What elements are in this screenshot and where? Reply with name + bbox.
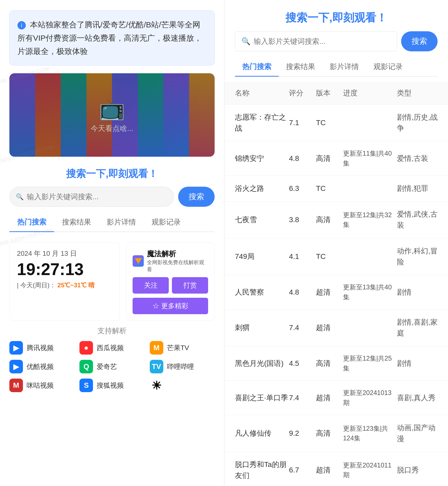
right-search-input-wrap[interactable]: 🔍 [235, 31, 397, 51]
row-name: 七夜雪 [235, 214, 289, 225]
row-score: 7.1 [289, 119, 316, 127]
date-widget-row: 2024 年 10 月 13 日 19:27:13 | 今天(周日)： 25℃~… [9, 242, 215, 321]
row-score: 4.8 [289, 288, 316, 296]
col-header-name: 名称 [235, 88, 289, 98]
row-version: 超清 [316, 287, 343, 297]
table-row[interactable]: 七夜雪 3.8 高清 更新至12集|共32集 爱情,武侠,古装 [225, 202, 448, 238]
banner-subtitle: 今天看点啥... [91, 124, 133, 133]
left-search-bar: 🔍 搜索 [9, 187, 215, 207]
table-row[interactable]: 志愿军：存亡之战 7.1 TC 剧情,历史,战争 [225, 105, 448, 141]
row-version: 高清 [316, 359, 343, 368]
right-panel: WWW.ABSKOOP.COM WWW.ABSKOOP.COM WWW.ABSK… [224, 0, 448, 486]
notice-text: 本站独家整合了腾讯/爱奇艺/优酷/B站/芒果等全网所有VIP付费资源一站免费看，… [17, 20, 202, 56]
row-type: 动作,科幻,冒险 [397, 246, 438, 268]
table-row[interactable]: 浴火之路 6.3 TC 剧情,犯罪 [225, 176, 448, 202]
magic-info: 魔法解析 全网影视免费在线解析观看 [147, 249, 208, 273]
row-version: TC [316, 252, 343, 261]
left-tab-hot-search[interactable]: 热门搜索 [9, 213, 54, 232]
row-name: 凡人修仙传 [235, 428, 289, 439]
right-tab-watch-history[interactable]: 观影记录 [366, 58, 410, 77]
row-name: 黑色月光(国语) [235, 358, 289, 369]
platform-youku[interactable]: ▶ 优酷视频 [9, 360, 74, 373]
support-section: 支持解析 ▶ 腾讯视频 ● 西瓜视频 M 芒果TV ▶ 优酷视频 Q 爱奇艺 [9, 326, 215, 392]
right-tab-search-results[interactable]: 搜索结果 [279, 58, 322, 77]
platform-xigua[interactable]: ● 西瓜视频 [79, 341, 144, 355]
left-search-title: 搜索一下,即刻观看！ [9, 167, 215, 180]
row-score: 6.3 [289, 184, 316, 193]
platform-mango[interactable]: M 芒果TV [150, 341, 215, 355]
table-row[interactable]: 刺猬 7.4 超清 剧情,喜剧,家庭 [225, 309, 448, 346]
right-search-button[interactable]: 搜索 [401, 31, 438, 51]
table-row[interactable]: 锦绣安宁 4.8 高清 更新至11集|共40集 爱情,古装 [225, 141, 448, 176]
row-type: 脱口秀 [397, 465, 438, 476]
table-row[interactable]: 脱口秀和Ta的朋友们 6.7 超清 更新至20241011期 脱口秀 [225, 452, 448, 486]
row-version: 高清 [316, 154, 343, 163]
date-box: 2024 年 10 月 13 日 19:27:13 | 今天(周日)： 25℃~… [9, 242, 120, 321]
movie-table: 名称 评分 版本 进度 类型 志愿军：存亡之战 7.1 TC 剧情,历史,战争 … [225, 82, 448, 486]
row-progress: 更新至20241011期 [343, 460, 397, 480]
row-type: 剧情 [397, 287, 438, 298]
right-tab-hot-search[interactable]: 热门搜索 [235, 58, 279, 77]
table-row[interactable]: 人民警察 4.8 超清 更新至13集|共40集 剧情 [225, 275, 448, 309]
magic-desc: 全网影视免费在线解析观看 [147, 259, 208, 273]
magic-follow-button[interactable]: 关注 [133, 277, 169, 294]
row-score: 6.7 [289, 466, 316, 474]
bilibili-icon: TV [150, 360, 163, 373]
platform-iqiyi[interactable]: Q 爱奇艺 [79, 360, 144, 373]
mango-icon: M [150, 341, 163, 355]
left-search-input-wrap[interactable]: 🔍 [9, 187, 174, 207]
right-header: 搜索一下,即刻观看！ 🔍 搜索 热门搜索 搜索结果 影片详情 观影记录 [225, 0, 448, 82]
right-tab-movie-detail[interactable]: 影片详情 [322, 58, 366, 77]
platform-tengxun[interactable]: ▶ 腾讯视频 [9, 341, 74, 355]
platform-miaopai[interactable]: M 咪咕视频 [9, 379, 74, 392]
table-row[interactable]: 749局 4.1 TC 动作,科幻,冒险 [225, 238, 448, 275]
col-header-type: 类型 [397, 88, 438, 98]
row-name: 749局 [235, 251, 289, 262]
row-name: 志愿军：存亡之战 [235, 112, 289, 134]
magic-logo [133, 255, 144, 267]
left-tab-movie-detail[interactable]: 影片详情 [99, 213, 144, 232]
col-header-progress: 进度 [343, 88, 397, 98]
movie-banner: 📺 今天看点啥... [9, 73, 215, 157]
youku-icon: ▶ [9, 360, 23, 373]
weather-label: | 今天(周日)： [17, 282, 56, 289]
magic-btn-row: 关注 打赏 [133, 277, 208, 294]
tengxun-icon: ▶ [9, 341, 23, 355]
row-name: 脱口秀和Ta的朋友们 [235, 459, 289, 481]
iqiyi-name: 爱奇艺 [97, 362, 117, 371]
row-score: 7.4 [289, 324, 316, 332]
weather-temp: 25℃~31℃ 晴 [58, 282, 95, 289]
row-progress: 更新至12集|共32集 [343, 210, 397, 230]
tv-logo: 📺 今天看点啥... [91, 96, 133, 133]
right-title: 搜索一下,即刻观看！ [235, 10, 438, 25]
left-tab-watch-history[interactable]: 观影记录 [144, 213, 189, 232]
row-type: 剧情,犯罪 [397, 183, 438, 194]
sohu-icon: S [79, 379, 93, 392]
left-search-button[interactable]: 搜索 [178, 187, 215, 207]
support-title: 支持解析 [9, 326, 215, 336]
table-row[interactable]: 凡人修仙传 9.2 高清 更新至123集|共124集 动画,国产动漫 [225, 415, 448, 452]
table-row[interactable]: 喜剧之王·单口季 7.4 超清 更新至20241013期 喜剧,真人秀 [225, 381, 448, 415]
right-search-input[interactable] [254, 37, 390, 46]
row-progress: 更新至12集|共25集 [343, 354, 397, 373]
row-version: 高清 [316, 428, 343, 438]
magic-more-button[interactable]: ☆ 更多精彩 [133, 298, 208, 314]
row-name: 浴火之路 [235, 183, 289, 194]
info-icon: i [17, 21, 26, 29]
magic-name: 魔法解析 [147, 249, 208, 259]
row-version: 高清 [316, 215, 343, 225]
xigua-name: 西瓜视频 [97, 343, 124, 353]
left-search-icon: 🔍 [16, 193, 24, 201]
left-tab-search-results[interactable]: 搜索结果 [54, 213, 99, 232]
platform-sohu[interactable]: S 搜狐视频 [79, 379, 144, 392]
left-search-input[interactable] [27, 193, 167, 201]
platform-sun[interactable]: ☀ [150, 379, 215, 392]
row-score: 9.2 [289, 429, 316, 438]
row-score: 4.5 [289, 359, 316, 368]
table-row[interactable]: 黑色月光(国语) 4.5 高清 更新至12集|共25集 剧情 [225, 346, 448, 381]
xigua-icon: ● [79, 341, 93, 355]
row-score: 4.1 [289, 252, 316, 261]
platform-bilibili[interactable]: TV 哔哩哔哩 [150, 360, 215, 373]
miaopai-name: 咪咕视频 [27, 381, 54, 390]
magic-tip-button[interactable]: 打赏 [172, 277, 208, 294]
